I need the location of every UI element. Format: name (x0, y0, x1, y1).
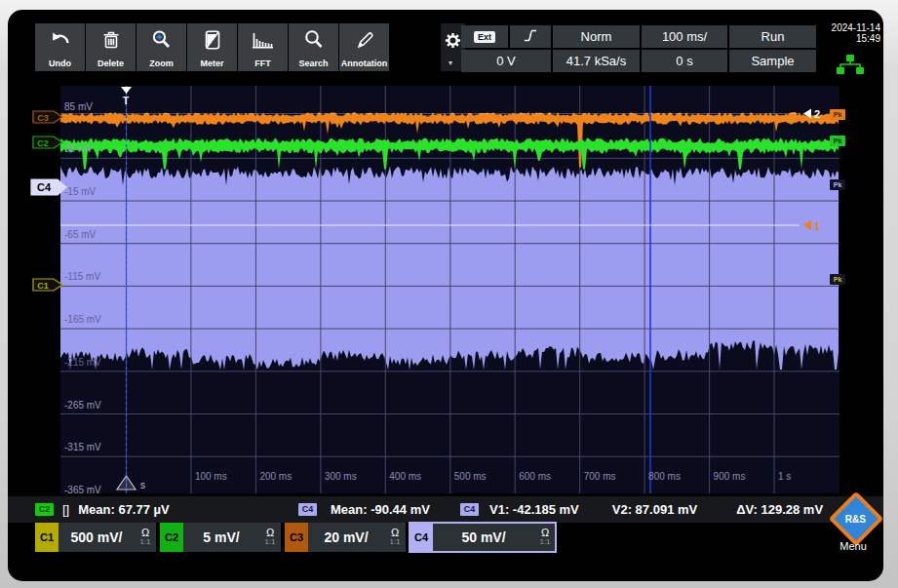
lan-status-icon (836, 55, 865, 79)
oscilloscope-bezel: Undo Delete Zoom Meter FFT Search Annota… (0, 0, 898, 588)
probe-ratio: 1:1 (139, 537, 150, 547)
search-button[interactable]: Search (289, 23, 338, 71)
cursor2-label: 2 (814, 108, 820, 120)
edge-badge-c4: Pk (830, 179, 845, 190)
x-tick-label: 300 ms (325, 471, 357, 482)
undo-button-label: Undo (35, 59, 85, 68)
search-button-label: Search (289, 59, 338, 68)
annotation-button[interactable]: Annotation (339, 23, 389, 71)
channel-marker-c4[interactable]: C4 (30, 178, 67, 196)
edge-badge-c3: Pk (830, 109, 845, 120)
measurement-gate-icon: [] (62, 502, 69, 517)
delete-button[interactable]: Delete (86, 23, 136, 71)
zoom-button[interactable]: Zoom (137, 23, 186, 71)
channel-marker-label: C2 (37, 138, 49, 148)
channel-block-c3[interactable]: C3 20 mV/ Ω 1:1 (285, 523, 406, 552)
channel-marker-c3[interactable]: C3 (32, 110, 63, 124)
trigger-level-value: 0 V (496, 54, 516, 68)
time-value: 15:49 (805, 33, 880, 44)
measurement-mean-c4-value: Mean: -90.44 mV (331, 502, 430, 517)
channel-coupling-c3: Ω 1:1 (384, 523, 406, 552)
channel-marker-shape: C3 (32, 110, 63, 124)
y-tick-label: -215 mV (64, 357, 101, 368)
channel-marker-label: C1 (37, 281, 49, 291)
channel-block-c1[interactable]: C1 500 mV/ Ω 1:1 (35, 523, 156, 552)
zoom-icon (137, 25, 186, 55)
measurement-mean-c2[interactable]: C2 [] Mean: 67.77 µV (35, 496, 170, 523)
meter-icon (187, 25, 237, 55)
y-tick-label: -265 mV (64, 400, 101, 411)
trigger-slope-cell[interactable] (510, 25, 551, 48)
channel-coupling-c2: Ω 1:1 (259, 523, 281, 552)
channel-chip-c4: C4 (298, 503, 317, 516)
cursor-v1-value: V1: -42.185 mV (489, 502, 579, 517)
x-tick-label: 400 ms (389, 471, 421, 482)
channel-marker-c1[interactable]: C1 (32, 278, 63, 292)
channel-marker-c2[interactable]: C2 (32, 136, 63, 149)
measurement-mean-c4[interactable]: C4 Mean: -90.44 mV (298, 496, 430, 523)
undo-button[interactable]: Undo (35, 23, 85, 71)
timebase-cell[interactable]: 100 ms/ (642, 25, 727, 48)
y-tick-label: -315 mV (64, 442, 101, 452)
probe-ratio: 1:1 (539, 537, 550, 547)
edge-badge-c1: Pk (830, 274, 845, 285)
trigger-slope-icon (523, 28, 538, 46)
x-tick-label: 600 ms (519, 471, 551, 482)
impedance-icon: Ω (541, 528, 549, 537)
rs-logo: R&S (829, 491, 883, 547)
trigger-level-cell[interactable]: 0 V (461, 50, 551, 72)
zoom-button-label: Zoom (137, 59, 186, 68)
search-icon (289, 25, 338, 55)
impedance-icon: Ω (141, 528, 149, 537)
cursor-dv-value: ΔV: 129.28 mV (736, 502, 823, 517)
channel-block-c4[interactable]: C4 50 mV/ Ω 1:1 (410, 523, 556, 552)
channel-scale-c1: 500 mV/ (59, 523, 135, 552)
y-tick-label: -165 mV (64, 314, 101, 325)
chevron-down-icon[interactable]: ▾ (449, 59, 452, 67)
trace-c4[interactable] (60, 167, 839, 371)
timebase-value: 100 ms/ (662, 29, 707, 44)
meter-button[interactable]: Meter (187, 23, 237, 71)
edge-badge-c2: Pk (830, 136, 845, 146)
rs-logo-text: R&S (845, 514, 866, 525)
annotation-icon (339, 25, 389, 55)
acquisition-state-cell[interactable]: Run (729, 25, 816, 48)
impedance-icon: Ω (391, 528, 399, 537)
menu-label: Menu (823, 540, 883, 552)
sample-rate-cell[interactable]: 41.7 kSa/s (553, 50, 640, 72)
acquisition-state-value: Run (761, 29, 785, 44)
trigger-mode-value: Norm (581, 29, 612, 44)
y-tick-label: -15 mV (64, 186, 97, 197)
delete-icon (86, 25, 136, 55)
y-tick-label: -365 mV (64, 485, 101, 493)
datetime-display: 2024-11-14 15:49 (805, 22, 880, 44)
fft-icon (238, 25, 288, 55)
x-tick-label: 200 ms (259, 471, 292, 482)
trigger-mode-cell[interactable]: Norm (553, 25, 640, 48)
horizontal-position-cell[interactable]: 0 s (642, 50, 727, 72)
channel-badge-c1: C1 (35, 523, 59, 552)
undo-icon (35, 25, 85, 55)
channel-chip-cursor: C4 (460, 503, 479, 516)
acquisition-mode-cell[interactable]: Sample (729, 50, 816, 72)
trigger-source-badge: Ext (474, 31, 495, 43)
menu-button[interactable]: R&S Menu (823, 493, 883, 556)
sample-rate-value: 41.7 kSa/s (566, 54, 626, 68)
delete-button-label: Delete (86, 59, 136, 68)
cursor-results[interactable]: C4 V1: -42.185 mV V2: 87.091 mV ΔV: 129.… (460, 496, 823, 523)
channel-marker-shape: C1 (32, 278, 63, 292)
channel-marker-label: C3 (37, 113, 49, 123)
channel-coupling-c4: Ω 1:1 (534, 523, 556, 552)
gear-icon[interactable] (444, 31, 462, 54)
fft-button-label: FFT (238, 59, 288, 68)
measurement-mean-c2-value: Mean: 67.77 µV (78, 502, 169, 517)
channel-badge-c3: C3 (285, 523, 308, 552)
cursor1-label: 1 (814, 220, 820, 232)
channel-badge-c2: C2 (160, 523, 183, 552)
annotation-button-label: Annotation (339, 59, 389, 68)
waveform-plot-area[interactable]: T2185 mV35 mV-15 mV-65 mV-115 mV-165 mV-… (60, 86, 839, 493)
fft-button[interactable]: FFT (238, 23, 288, 71)
oscilloscope-screen: Undo Delete Zoom Meter FFT Search Annota… (8, 10, 883, 581)
trigger-source-cell[interactable]: Ext (461, 25, 508, 48)
channel-block-c2[interactable]: C2 5 mV/ Ω 1:1 (160, 523, 281, 552)
